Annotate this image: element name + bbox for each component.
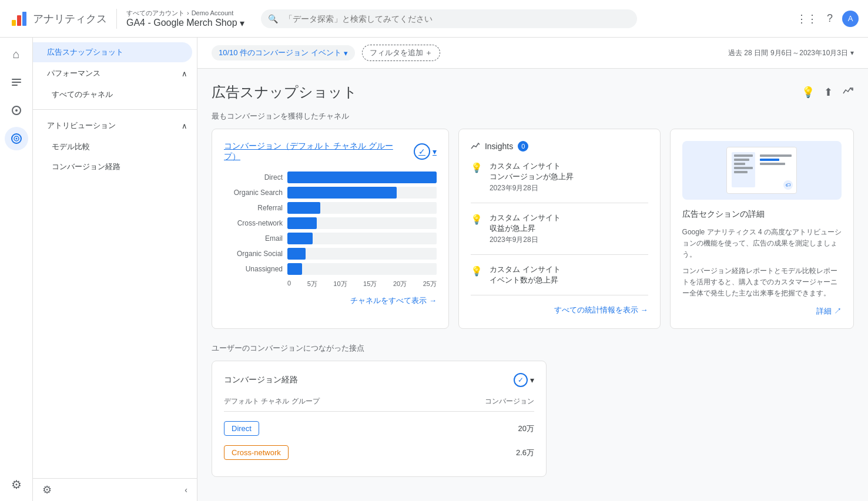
nav-advertising-icon[interactable] [5,127,28,150]
sidebar-performance-section: すべてのチャネル [33,85,197,105]
conversion-dropdown-icon: ▾ [344,49,348,58]
insight-title-1: カスタム インサイト [490,161,574,172]
bar-fill-3 [287,217,317,229]
breadcrumb-arrow-icon: › [187,9,189,16]
breadcrumb-dropdown-icon[interactable]: ▾ [240,18,244,29]
content: 10/10 件のコンバージョン イベント ▾ フィルタを追加 ＋ 過去 28 日… [197,38,868,501]
apps-icon[interactable]: ⋮⋮ [796,12,817,25]
topbar: アナリティクス すべてのアカウント › Demo Account GA4 - G… [0,0,868,38]
details-card: 🏷 広告セクションの詳細 Google アナリティクス 4 の高度なアトリビュー… [670,129,854,329]
sidebar-item-model-comparison[interactable]: モデル比較 [38,137,192,157]
sidebar-collapse-icon[interactable]: ‹ [185,485,187,495]
bar-label-3: Cross-network [224,219,283,227]
breadcrumb-account[interactable]: Demo Account [192,9,234,16]
svg-point-7 [15,109,18,112]
sidebar-nav: 広告スナップショット パフォーマンス ∧ すべてのチャネル アトリビューション … [33,38,197,478]
svg-rect-1 [17,15,21,26]
sidebar-item-conversion-path[interactable]: コンバージョン経路 [38,157,192,177]
bar-chart: DirectOrganic SearchReferralCross-networ… [224,172,437,275]
conv-tag-cross-network[interactable]: Cross-network [224,445,289,460]
cards-area: 最もコンバージョンを獲得したチャネル コンバージョン（デフォルト チャネル グル… [197,111,868,491]
sidebar-item-ad-snapshot[interactable]: 広告スナップショット [33,42,192,62]
search-input[interactable] [261,9,637,28]
conv-row-2: Cross-network 2.6万 [224,441,534,465]
share-action-icon[interactable]: ⬆ [824,86,833,99]
insights-footer: すべての統計情報を表示 → [471,305,648,315]
sidebar-item-all-channels[interactable]: すべてのチャネル [38,85,192,105]
bar-row-3: Cross-network [224,217,437,229]
filter-add-label: フィルタを追加 ＋ [370,48,433,58]
nav-settings-icon[interactable]: ⚙ [5,473,28,496]
main-layout: ⌂ ⚙ 広告スナップショット [0,38,868,501]
conversion-selector[interactable]: 10/10 件のコンバージョン イベント ▾ [212,45,355,60]
bar-fill-2 [287,202,320,214]
conv-row-1: Direct 20万 [224,416,534,441]
insights-view-all-link[interactable]: すべての統計情報を表示 → [554,305,648,314]
details-learn-more-link[interactable]: 詳細 ↗ [816,307,842,315]
help-icon[interactable]: ? [827,12,833,25]
chart-title-text[interactable]: コンバージョン（デフォルト チャネル グループ） [224,141,409,162]
nav-reports-icon[interactable] [5,70,28,94]
top-section-label: 最もコンバージョンを獲得したチャネル [212,111,854,122]
insight-subtitle-2: 収益が急上昇 [490,223,561,234]
nav-explore-icon[interactable] [5,99,28,122]
conv-value-direct: 20万 [518,423,534,434]
insights-badge: 0 [518,141,528,152]
bar-row-1: Organic Search [224,187,437,199]
conv-check-icon[interactable]: ✓ [514,373,528,387]
chart-title-actions: ✓ ▾ [414,143,437,160]
date-range-dropdown-icon: ▾ [850,49,854,57]
date-range-selector[interactable]: 過去 28 日間 9月6日～2023年10月3日 ▾ [728,48,854,58]
trend-icon [471,142,480,151]
conv-table-header: デフォルト チャネル グループ コンバージョン [224,396,534,412]
conv-dropdown-icon[interactable]: ▾ [530,375,534,385]
bar-label-6: Unassigned [224,265,283,273]
chart-dropdown-icon[interactable]: ▾ [433,147,437,156]
analytics-logo-icon [9,9,28,28]
svg-rect-4 [12,82,21,83]
nav-home-icon[interactable]: ⌂ [5,42,28,66]
bar-row-6: Unassigned [224,263,437,275]
conversion-path-title: コンバージョン経路 ✓ ▾ [224,373,534,387]
conversion-selector-label: 10/10 件のコンバージョン イベント [219,48,341,58]
bottom-card: コンバージョン経路 ✓ ▾ デフォルト チャネル グループ コンバージョン Di… [212,361,547,477]
chart-footer: チャネルをすべて表示 → [224,295,437,306]
bar-fill-6 [287,263,302,275]
page-actions: 💡 ⬆ [802,85,854,100]
bar-row-4: Email [224,233,437,244]
details-title: 広告セクションの詳細 [682,209,842,220]
filter-add-button[interactable]: フィルタを追加 ＋ [362,45,441,61]
bar-label-4: Email [224,234,283,243]
bar-fill-1 [287,187,397,199]
bar-label-0: Direct [224,173,283,181]
date-range-value: 9月6日～2023年10月3日 [770,48,848,58]
insight-title-2: カスタム インサイト [490,213,561,223]
conv-tag-direct[interactable]: Direct [224,421,259,436]
insight-icon-3: 💡 [471,265,482,285]
conv-col1-header: デフォルト チャネル グループ [224,396,320,406]
sidebar-attribution-header[interactable]: アトリビューション ∧ [33,115,197,137]
logo-text: アナリティクス [33,12,107,26]
bar-container-1 [287,187,437,199]
insight-subtitle-1: コンバージョンが急上昇 [490,172,574,182]
bar-container-6 [287,263,437,275]
svg-rect-0 [12,20,16,26]
breadcrumb-property[interactable]: GA4 - Google Merch Shop [126,18,237,28]
insights-action-icon[interactable]: 💡 [802,86,815,99]
logo: アナリティクス [9,9,107,28]
chart-view-all-link[interactable]: チャネルをすべて表示 → [350,296,437,305]
sidebar-attribution-section: モデル比較 コンバージョン経路 [33,137,197,177]
chevron-up-icon-2: ∧ [182,122,187,130]
content-header: 10/10 件のコンバージョン イベント ▾ フィルタを追加 ＋ 過去 28 日… [197,38,868,69]
account-icon[interactable]: A [842,11,859,27]
bar-container-4 [287,233,437,244]
check-icon[interactable]: ✓ [414,143,430,160]
bar-fill-4 [287,233,313,244]
sidebar-settings-icon[interactable]: ⚙ [42,483,52,496]
sidebar-performance-header[interactable]: パフォーマンス ∧ [33,62,197,85]
bar-label-1: Organic Search [224,189,283,197]
insights-title: Insights 0 [471,141,648,152]
compare-action-icon[interactable] [842,85,854,100]
breadcrumb-all-accounts[interactable]: すべてのアカウント [126,9,185,18]
topbar-right: ⋮⋮ ? A [796,11,859,27]
